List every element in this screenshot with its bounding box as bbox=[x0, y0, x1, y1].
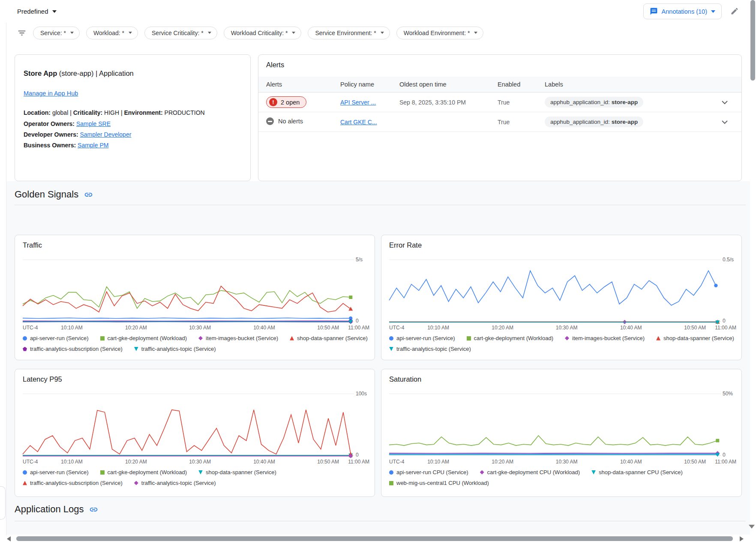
alerts-table: AlertsPolicy nameOldest open timeEnabled… bbox=[258, 77, 741, 132]
legend-item[interactable]: api-server-run (Service) bbox=[23, 335, 89, 341]
filter-chip-service-environment[interactable]: Service Environment: * bbox=[308, 27, 390, 39]
alert-label-chip: apphub_application_id: store-app bbox=[545, 117, 643, 127]
filter-chip-workload-environment[interactable]: Workload Environment: * bbox=[396, 27, 484, 39]
chart-plot-area[interactable] bbox=[23, 394, 354, 456]
top-bar: Predefined Annotations (10) bbox=[0, 0, 756, 23]
oldest-open-time: Sep 8, 2025, 3:35:10 PM bbox=[399, 99, 498, 106]
horizontal-scrollbar-thumb[interactable] bbox=[16, 536, 733, 541]
annotations-button[interactable]: Annotations (10) bbox=[643, 3, 722, 19]
legend-label: item-images-bucket (Service) bbox=[206, 335, 278, 341]
x-axis-tick: 10:40 AM bbox=[620, 325, 642, 331]
legend-item[interactable]: shop-data-spanner CPU (Service) bbox=[591, 469, 683, 475]
expand-alert-chevron-icon[interactable] bbox=[722, 120, 728, 124]
filter-chip-service-criticality[interactable]: Service Criticality: * bbox=[144, 27, 217, 39]
x-axis-tick: 11:00 AM bbox=[715, 325, 736, 331]
x-axis-tick: 11:00 AM bbox=[715, 459, 736, 465]
separator: | bbox=[70, 109, 72, 116]
chevron-down-icon bbox=[711, 10, 715, 13]
hscroll-left-arrow[interactable] bbox=[7, 536, 11, 541]
filter-list-icon[interactable] bbox=[17, 28, 27, 38]
x-axis-tick: 10:20 AM bbox=[125, 325, 147, 331]
section-link-icon[interactable] bbox=[89, 505, 98, 514]
annotations-button-label: Annotations (10) bbox=[662, 8, 707, 15]
y-axis-max-label: 5/s bbox=[356, 257, 363, 263]
alert-row[interactable]: No alertsCart GKE C...Trueapphub_applica… bbox=[258, 112, 741, 132]
legend-item[interactable]: shop-data-spanner (Service) bbox=[290, 335, 368, 341]
golden-signals-heading: Golden Signals bbox=[15, 189, 93, 200]
legend-item[interactable]: item-images-bucket (Service) bbox=[565, 335, 645, 341]
x-axis-tick: UTC-4 bbox=[23, 325, 38, 331]
legend-item[interactable]: cart-gke-deployment (Workload) bbox=[100, 469, 187, 475]
legend-item[interactable]: api-server-run (Service) bbox=[23, 469, 89, 475]
legend-item[interactable]: cart-gke-deployment (Workload) bbox=[100, 335, 187, 341]
legend-item[interactable]: cart-gke-deployment CPU (Workload) bbox=[480, 469, 580, 475]
legend-label: shop-data-spanner (Service) bbox=[663, 335, 734, 341]
side-panel-handle[interactable] bbox=[0, 486, 6, 520]
x-axis-tick: 11:00 AM bbox=[348, 325, 369, 331]
vertical-scrollbar-thumb[interactable] bbox=[750, 0, 755, 81]
alert-policy-link[interactable]: API Server ... bbox=[340, 99, 376, 106]
hscroll-right-arrow[interactable] bbox=[740, 536, 744, 541]
square-marker-icon bbox=[467, 336, 471, 341]
alert-policy-link[interactable]: Cart GKE C... bbox=[340, 119, 377, 126]
developer-owner-link[interactable]: Sampler Developer bbox=[80, 131, 132, 138]
operator-owner-link[interactable]: Sample SRE bbox=[76, 120, 111, 127]
filter-chip-service[interactable]: Service: * bbox=[33, 27, 80, 39]
x-axis: UTC-410:10 AM10:20 AM10:30 AM10:40 AM10:… bbox=[389, 325, 721, 331]
y-axis-zero-label: 0 bbox=[356, 452, 359, 458]
square-marker-icon bbox=[100, 336, 105, 341]
legend-item[interactable]: traffic-analytics-subscription (Service) bbox=[23, 480, 123, 486]
filter-chip-workload[interactable]: Workload: * bbox=[86, 27, 138, 39]
manage-in-app-hub-link[interactable]: Manage in App Hub bbox=[24, 90, 78, 97]
alerts-card: Alerts AlertsPolicy nameOldest open time… bbox=[258, 54, 742, 181]
no-alerts-icon bbox=[266, 117, 274, 125]
chart-plot-area[interactable] bbox=[23, 260, 354, 322]
edit-dashboard-button[interactable] bbox=[730, 7, 739, 15]
series-line bbox=[389, 271, 716, 305]
legend-label: web-mig-us-central1 CPU (Workload) bbox=[396, 480, 489, 486]
legend-item[interactable]: web-mig-us-central1 CPU (Workload) bbox=[389, 480, 489, 486]
x-axis-tick: 10:40 AM bbox=[253, 325, 275, 331]
section-link-icon[interactable] bbox=[84, 190, 93, 199]
legend-item[interactable]: item-images-bucket (Service) bbox=[198, 335, 278, 341]
square-marker-icon bbox=[389, 481, 393, 485]
expand-alert-chevron-icon[interactable] bbox=[722, 101, 728, 105]
alert-label-chip: apphub_application_id: store-app bbox=[545, 97, 643, 108]
chart-title: Latency P95 bbox=[23, 375, 62, 383]
chart-plot-area[interactable] bbox=[389, 394, 721, 456]
location-value: global bbox=[52, 109, 68, 116]
chevron-down-icon bbox=[292, 32, 295, 34]
vscroll-down-arrow[interactable] bbox=[749, 525, 755, 529]
circle-marker-icon bbox=[389, 470, 393, 475]
legend-label: api-server-run (Service) bbox=[30, 469, 89, 475]
annotation-icon bbox=[650, 7, 658, 15]
chevron-down-icon bbox=[129, 32, 132, 34]
legend-item[interactable]: shop-data-spanner (Service) bbox=[656, 335, 734, 341]
business-owner-link[interactable]: Sample PM bbox=[78, 142, 108, 149]
legend-item[interactable]: api-server-run (Service) bbox=[389, 335, 455, 341]
error-rate-chart-card: Error Rate 0.5/s 0 UTC-410:10 AM10:20 AM… bbox=[381, 235, 742, 360]
chart-legend: api-server-run CPU (Service)cart-gke-dep… bbox=[389, 469, 736, 486]
legend-item[interactable]: traffic-analytics-topic (Service) bbox=[134, 346, 216, 352]
filter-chip-workload-criticality[interactable]: Workload Criticality: * bbox=[224, 27, 302, 39]
x-axis-tick: 10:40 AM bbox=[620, 459, 642, 465]
legend-item[interactable]: traffic-analytics-subscription (Service) bbox=[23, 346, 123, 352]
legend-item[interactable]: shop-data-spanner (Service) bbox=[198, 469, 276, 475]
square-marker-icon bbox=[100, 470, 105, 475]
dashboard-view-selector[interactable]: Predefined bbox=[17, 0, 57, 23]
series-end-marker bbox=[348, 307, 353, 311]
chart-plot-area[interactable] bbox=[389, 260, 721, 322]
chevron-down-icon bbox=[474, 32, 477, 34]
legend-item[interactable]: traffic-analytics-topic (Service) bbox=[389, 346, 471, 352]
business-owners-row: Business Owners: Sample PM bbox=[24, 142, 108, 149]
x-axis: UTC-410:10 AM10:20 AM10:30 AM10:40 AM10:… bbox=[23, 325, 354, 331]
alert-row[interactable]: !2 openAPI Server ...Sep 8, 2025, 3:35:1… bbox=[258, 93, 741, 112]
developer-owners-row: Developer Owners: Sampler Developer bbox=[24, 131, 131, 138]
series-line bbox=[23, 286, 351, 312]
legend-item[interactable]: traffic-analytics-topic (Service) bbox=[134, 480, 216, 486]
y-axis-max-label: 50% bbox=[723, 391, 733, 397]
legend-label: traffic-analytics-subscription (Service) bbox=[30, 346, 123, 352]
circle-marker-icon bbox=[389, 336, 393, 341]
legend-item[interactable]: cart-gke-deployment (Workload) bbox=[467, 335, 553, 341]
legend-item[interactable]: api-server-run CPU (Service) bbox=[389, 469, 468, 475]
